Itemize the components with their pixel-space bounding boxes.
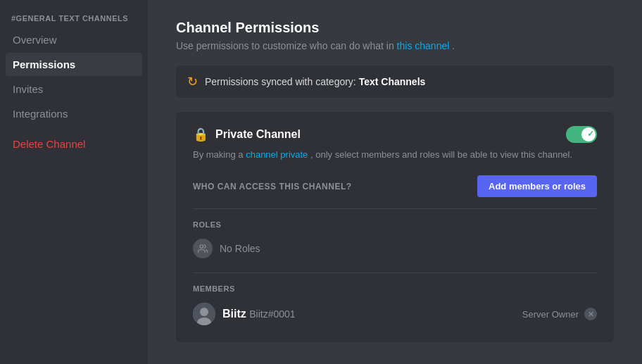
sidebar-item-invites[interactable]: Invites xyxy=(6,77,142,101)
sidebar-item-overview[interactable]: Overview xyxy=(6,28,142,51)
svg-point-2 xyxy=(200,308,208,316)
sync-category: Text Channels xyxy=(359,76,426,87)
avatar xyxy=(193,303,215,325)
server-owner-badge: Server Owner xyxy=(522,309,579,320)
svg-point-0 xyxy=(200,245,203,249)
divider-2 xyxy=(193,272,597,273)
members-label: MEMBERS xyxy=(193,284,597,293)
access-label: WHO CAN ACCESS THIS CHANNEL? xyxy=(193,182,352,192)
no-roles-item: No Roles xyxy=(193,236,597,261)
member-right: Server Owner ✕ xyxy=(522,308,597,320)
private-channel-desc-link[interactable]: channel private xyxy=(246,149,308,160)
private-channel-title-group: 🔒 Private Channel xyxy=(193,127,301,142)
category-label: #GENERAL TEXT CHANNELS xyxy=(11,14,128,23)
private-channel-desc: By making a channel private , only selec… xyxy=(193,149,597,161)
member-discriminator: Biitz#0001 xyxy=(249,308,295,320)
private-channel-toggle[interactable]: ✓ xyxy=(566,126,597,143)
sidebar-item-integrations[interactable]: Integrations xyxy=(6,102,142,125)
roles-label: ROLES xyxy=(193,220,597,229)
main-content: Channel Permissions Use permissions to c… xyxy=(148,0,642,364)
no-roles-text: No Roles xyxy=(220,243,260,254)
permissions-card: 🔒 Private Channel ✓ By making a channel … xyxy=(176,112,614,342)
member-name: Biitz Biitz#0001 xyxy=(222,308,296,320)
avatar-inner xyxy=(193,303,215,325)
member-row: Biitz Biitz#0001 Server Owner ✕ xyxy=(193,300,597,328)
sidebar: #GENERAL TEXT CHANNELS Overview Permissi… xyxy=(0,0,148,364)
subtitle-link[interactable]: this channel xyxy=(397,40,450,51)
page-title: Channel Permissions xyxy=(176,20,614,36)
remove-member-button[interactable]: ✕ xyxy=(584,308,597,320)
lock-icon: 🔒 xyxy=(193,127,208,142)
member-left: Biitz Biitz#0001 xyxy=(193,303,296,325)
access-section: WHO CAN ACCESS THIS CHANNEL? Add members… xyxy=(193,175,597,197)
sidebar-item-permissions[interactable]: Permissions xyxy=(6,53,142,76)
roles-section: ROLES No Roles xyxy=(193,220,597,261)
members-section: MEMBERS Biitz Biitz# xyxy=(193,284,597,328)
sidebar-category: #GENERAL TEXT CHANNELS xyxy=(6,11,142,28)
sync-notice: ↻ Permissions synced with category: Text… xyxy=(176,65,614,98)
no-roles-icon xyxy=(193,239,213,258)
private-channel-header: 🔒 Private Channel ✓ xyxy=(193,126,597,143)
add-members-roles-button[interactable]: Add members or roles xyxy=(477,175,597,197)
toggle-checkmark: ✓ xyxy=(587,129,594,139)
private-channel-title-text: Private Channel xyxy=(215,128,301,141)
page-subtitle: Use permissions to customize who can do … xyxy=(176,40,614,51)
sidebar-item-delete-channel[interactable]: Delete Channel xyxy=(6,132,142,156)
divider-1 xyxy=(193,208,597,209)
sync-icon: ↻ xyxy=(187,74,198,89)
